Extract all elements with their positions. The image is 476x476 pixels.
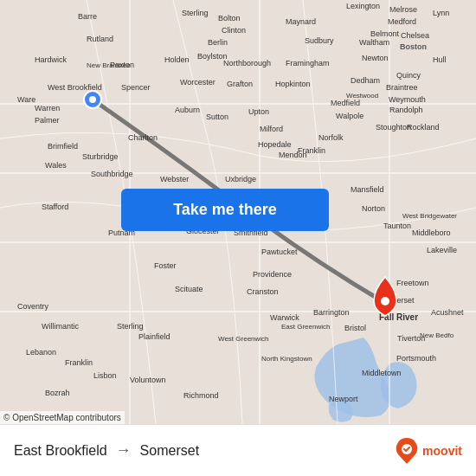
svg-text:Sturbridge: Sturbridge xyxy=(82,152,119,161)
svg-text:Weymouth: Weymouth xyxy=(389,95,426,104)
svg-text:Grafton: Grafton xyxy=(227,80,253,88)
svg-text:Milford: Milford xyxy=(260,125,283,133)
svg-text:Lisbon: Lisbon xyxy=(93,371,117,380)
svg-text:Palmer: Palmer xyxy=(35,116,60,125)
svg-text:Franklin: Franklin xyxy=(298,146,325,155)
svg-text:Willimantic: Willimantic xyxy=(42,322,80,331)
svg-text:Lebanon: Lebanon xyxy=(26,348,56,357)
moovit-logo: moovit xyxy=(395,437,462,465)
svg-point-108 xyxy=(381,297,389,306)
svg-text:Rockland: Rockland xyxy=(407,123,440,132)
svg-text:Clinton: Clinton xyxy=(222,26,246,35)
svg-text:Charlton: Charlton xyxy=(128,133,158,142)
svg-text:Belmont: Belmont xyxy=(370,29,400,38)
svg-text:Auburn: Auburn xyxy=(175,106,200,114)
svg-text:Hardwick: Hardwick xyxy=(35,55,68,64)
svg-text:Medfield: Medfield xyxy=(331,99,360,107)
map-attribution: © OpenStreetMap contributors xyxy=(0,411,125,424)
svg-text:Ware: Ware xyxy=(17,95,35,104)
svg-text:Dedham: Dedham xyxy=(351,76,380,85)
svg-text:East Greenwich: East Greenwich xyxy=(281,323,330,331)
svg-text:Norton: Norton xyxy=(362,204,385,213)
svg-text:Stoughton: Stoughton xyxy=(376,123,411,132)
svg-text:Warren: Warren xyxy=(35,104,60,113)
svg-text:Newton: Newton xyxy=(362,54,389,62)
svg-text:New Bedfo: New Bedfo xyxy=(420,331,454,339)
svg-text:Boston: Boston xyxy=(400,42,427,51)
svg-text:Coventry: Coventry xyxy=(17,302,49,311)
svg-text:Brimfield: Brimfield xyxy=(48,142,78,151)
svg-text:Voluntown: Voluntown xyxy=(130,376,166,384)
svg-text:Melrose: Melrose xyxy=(389,5,417,14)
svg-text:West Bridgewater: West Bridgewater xyxy=(402,212,457,220)
svg-text:Sterling: Sterling xyxy=(182,9,209,17)
svg-text:Mansfield: Mansfield xyxy=(351,185,384,194)
svg-text:Lexington: Lexington xyxy=(346,2,380,10)
svg-text:Sutton: Sutton xyxy=(206,113,228,121)
svg-text:Uxbridge: Uxbridge xyxy=(225,175,256,183)
svg-text:Portsmouth: Portsmouth xyxy=(396,354,436,363)
svg-text:Plainfield: Plainfield xyxy=(138,332,170,341)
svg-text:Lakeville: Lakeville xyxy=(427,246,457,254)
svg-text:Barre: Barre xyxy=(78,12,97,21)
map-container: Barre Sterling Bolton Maynard Lexington … xyxy=(0,0,476,424)
svg-text:Lynn: Lynn xyxy=(433,9,449,17)
moovit-text: moovit xyxy=(422,444,462,458)
svg-text:Providence: Providence xyxy=(253,270,292,279)
svg-text:Franklin: Franklin xyxy=(65,358,93,367)
svg-text:Spencer: Spencer xyxy=(121,83,151,92)
svg-text:Rutland: Rutland xyxy=(87,35,113,43)
svg-text:Webster: Webster xyxy=(160,175,189,183)
svg-text:Berlin: Berlin xyxy=(208,38,228,47)
svg-text:Stafford: Stafford xyxy=(42,203,68,211)
take-me-there-button[interactable]: Take me there xyxy=(121,189,329,231)
svg-text:Southbridge: Southbridge xyxy=(91,170,133,178)
svg-text:North Kingstown: North Kingstown xyxy=(261,355,312,363)
destination-label: Somerset xyxy=(140,443,199,459)
svg-text:Sterling: Sterling xyxy=(117,322,144,331)
svg-text:Chelsea: Chelsea xyxy=(401,31,429,40)
svg-text:Walpole: Walpole xyxy=(336,112,363,120)
route-info: East Brookfield → Somerset xyxy=(14,441,395,460)
svg-text:Acushnet: Acushnet xyxy=(431,308,464,317)
svg-text:Quincy: Quincy xyxy=(396,71,421,80)
svg-text:Framingham: Framingham xyxy=(286,59,330,68)
origin-label: East Brookfield xyxy=(14,443,107,459)
svg-text:Sudbury: Sudbury xyxy=(305,36,334,45)
svg-text:Medford: Medford xyxy=(388,17,416,26)
svg-text:Norfolk: Norfolk xyxy=(318,133,344,142)
svg-text:Hull: Hull xyxy=(433,55,447,64)
svg-text:Middletown: Middletown xyxy=(362,369,402,377)
svg-text:Northborough: Northborough xyxy=(223,59,271,68)
svg-text:West Greenwich: West Greenwich xyxy=(218,335,269,343)
moovit-pin-icon xyxy=(395,437,419,465)
svg-text:Bristol: Bristol xyxy=(344,324,366,332)
svg-text:Braintree: Braintree xyxy=(386,83,418,92)
svg-text:Randolph: Randolph xyxy=(389,106,423,114)
svg-text:Worcester: Worcester xyxy=(180,78,215,87)
svg-point-107 xyxy=(89,96,96,103)
svg-text:Upton: Upton xyxy=(248,107,269,116)
arrow-icon: → xyxy=(116,441,132,460)
svg-text:Paxton: Paxton xyxy=(110,61,134,69)
svg-text:Warwick: Warwick xyxy=(270,313,299,322)
svg-text:Bozrah: Bozrah xyxy=(45,389,70,397)
svg-text:Taunton: Taunton xyxy=(383,222,411,230)
bottom-bar: East Brookfield → Somerset moovit xyxy=(0,424,476,476)
svg-text:Barrington: Barrington xyxy=(313,308,350,317)
svg-text:Freetown: Freetown xyxy=(396,279,429,287)
svg-text:Hopedale: Hopedale xyxy=(258,140,292,149)
svg-text:Hopkinton: Hopkinton xyxy=(275,80,311,88)
svg-text:Wales: Wales xyxy=(45,161,67,170)
svg-text:Richmond: Richmond xyxy=(183,391,219,400)
svg-text:Westwood: Westwood xyxy=(346,92,378,100)
svg-text:Cranston: Cranston xyxy=(247,287,279,296)
svg-text:Waltham: Waltham xyxy=(359,38,389,47)
svg-text:Foster: Foster xyxy=(154,261,177,270)
svg-text:Pawtucket: Pawtucket xyxy=(261,248,298,256)
svg-text:Holden: Holden xyxy=(164,55,190,64)
svg-text:Newport: Newport xyxy=(329,395,358,403)
svg-text:Middleboro: Middleboro xyxy=(412,228,451,237)
svg-text:Bolton: Bolton xyxy=(218,14,241,23)
svg-text:Scituate: Scituate xyxy=(175,285,203,293)
